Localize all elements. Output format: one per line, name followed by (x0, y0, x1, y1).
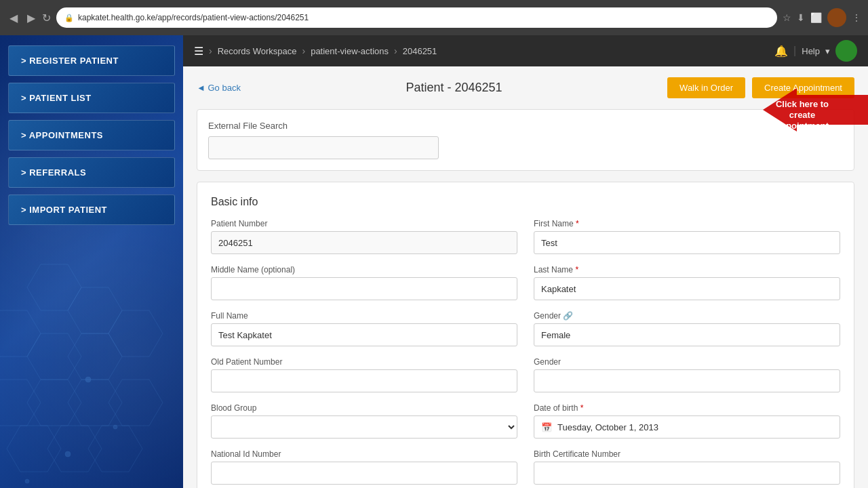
national-id-label: National Id Number (211, 449, 517, 459)
help-dropdown-icon[interactable]: ▾ (825, 46, 830, 56)
browser-controls: ◀ ▶ ↻ (7, 10, 51, 26)
top-nav: ☰ › Records Workspace › patient-view-act… (183, 35, 868, 66)
sidebar-item-patient-list[interactable]: > PATIENT LIST (8, 83, 175, 113)
svg-marker-8 (68, 380, 122, 426)
date-of-birth-value: Tuesday, October 1, 2013 (557, 422, 658, 432)
external-file-search-card: External File Search (197, 109, 854, 171)
forward-button[interactable]: ▶ (24, 10, 38, 26)
menu-icon[interactable]: ⋮ (852, 12, 861, 23)
basic-info-title: Basic info (211, 196, 840, 208)
hex-pattern (0, 251, 183, 488)
action-buttons: Walk in Order Create Appointment (667, 77, 854, 98)
middle-name-input[interactable] (211, 277, 517, 300)
sidebar-item-import-patient[interactable]: > IMPORT PATIENT (8, 195, 175, 225)
svg-marker-10 (7, 426, 61, 472)
last-name-label: Last Name * (534, 265, 840, 274)
birth-cert-label: Birth Certificate Number (534, 449, 840, 459)
browser-user-avatar[interactable] (827, 8, 846, 27)
home-icon[interactable]: ☰ (194, 45, 203, 58)
patient-title: Patient - 2046251 (406, 81, 502, 95)
svg-marker-2 (0, 310, 41, 357)
patient-number-label: Patient Number (211, 219, 517, 228)
gender2-input[interactable] (534, 369, 840, 392)
help-link[interactable]: Help (802, 46, 820, 56)
birth-cert-input[interactable] (534, 462, 840, 485)
sidebar-item-referrals[interactable]: > REFERRALS (8, 157, 175, 188)
middle-name-group: Middle Name (optional) (211, 265, 517, 300)
blood-group-group: Blood Group A+ A- B+ B- AB+ AB- O+ O- (211, 403, 517, 439)
gender-label: Gender 🔗 (534, 311, 840, 321)
page-content: ◄ Go back Patient - 2046251 Walk in Orde… (183, 66, 868, 488)
svg-marker-6 (0, 380, 41, 426)
gender2-group: Gender (534, 357, 840, 392)
breadcrumb-records-workspace[interactable]: Records Workspace (218, 46, 297, 56)
url-text: kapkatet.health.go.ke/app/records/patien… (78, 13, 309, 22)
gender-group: Gender 🔗 (534, 311, 840, 346)
extensions-icon[interactable]: ⬜ (810, 12, 822, 23)
sidebar-item-register-patient[interactable]: > REGISTER PATIENT (8, 45, 175, 76)
first-name-input[interactable] (534, 231, 840, 254)
svg-point-16 (85, 377, 91, 382)
sidebar-item-appointments[interactable]: > APPOINTMENTS (8, 120, 175, 150)
external-file-search-label: External File Search (208, 121, 843, 131)
date-of-birth-group: Date of birth * 📅 Tuesday, October 1, 20… (534, 403, 840, 439)
sidebar: > REGISTER PATIENT > PATIENT LIST > APPO… (0, 35, 183, 488)
svg-marker-1 (68, 287, 122, 333)
sidebar-label-register: > REGISTER PATIENT (21, 56, 119, 66)
notification-bell-icon[interactable]: 🔔 (774, 45, 788, 58)
svg-marker-7 (27, 380, 81, 426)
main-layout: > REGISTER PATIENT > PATIENT LIST > APPO… (0, 35, 868, 488)
gender-link-icon: 🔗 (563, 311, 573, 321)
svg-marker-9 (108, 380, 163, 426)
svg-point-14 (113, 425, 117, 429)
bookmark-icon[interactable]: ☆ (783, 12, 791, 23)
browser-actions: ☆ ⬇ ⬜ ⋮ (783, 8, 861, 27)
address-bar[interactable]: 🔒 kapkatet.health.go.ke/app/records/pati… (56, 7, 777, 28)
middle-name-label: Middle Name (optional) (211, 265, 517, 274)
full-name-input[interactable] (211, 323, 517, 346)
last-name-input[interactable] (534, 277, 840, 300)
breadcrumb-patient-id[interactable]: 2046251 (403, 46, 437, 56)
date-of-birth-display: 📅 Tuesday, October 1, 2013 (534, 415, 840, 439)
calendar-icon: 📅 (541, 422, 552, 432)
date-of-birth-label: Date of birth * (534, 403, 840, 413)
download-icon[interactable]: ⬇ (797, 12, 805, 23)
national-id-group: National Id Number (211, 449, 517, 485)
first-name-group: First Name * (534, 219, 840, 254)
sidebar-label-referrals: > REFERRALS (21, 167, 86, 178)
go-back-link[interactable]: ◄ Go back (197, 83, 241, 93)
back-button[interactable]: ◀ (7, 10, 20, 26)
svg-point-13 (65, 451, 71, 457)
svg-marker-4 (68, 333, 122, 380)
gender-input[interactable] (534, 323, 840, 346)
blood-group-select[interactable]: A+ A- B+ B- AB+ AB- O+ O- (211, 415, 517, 439)
sidebar-label-patient-list: > PATIENT LIST (21, 93, 92, 103)
old-patient-number-input[interactable] (211, 369, 517, 392)
form-grid: Patient Number First Name * Middle Name (211, 219, 840, 485)
browser-bar: ◀ ▶ ↻ 🔒 kapkatet.health.go.ke/app/record… (0, 0, 868, 35)
walk-in-order-button[interactable]: Walk in Order (667, 77, 745, 98)
patient-number-input[interactable] (211, 231, 517, 254)
svg-point-15 (25, 479, 29, 483)
first-name-label: First Name * (534, 219, 840, 228)
lock-icon: 🔒 (64, 14, 74, 22)
svg-marker-3 (27, 333, 81, 380)
sidebar-label-import: > IMPORT PATIENT (21, 205, 107, 215)
reload-button[interactable]: ↻ (42, 12, 51, 24)
svg-marker-12 (88, 426, 142, 472)
full-name-group: Full Name (211, 311, 517, 346)
create-appointment-button[interactable]: Create Appointment (752, 77, 854, 98)
patient-number-group: Patient Number (211, 219, 517, 254)
page-header: ◄ Go back Patient - 2046251 Walk in Orde… (197, 77, 854, 98)
gender2-label: Gender (534, 357, 840, 367)
content-area: ☰ › Records Workspace › patient-view-act… (183, 35, 868, 488)
breadcrumb-patient-view-actions[interactable]: patient-view-actions (311, 46, 389, 56)
user-avatar[interactable] (835, 40, 857, 62)
external-file-search-input[interactable] (208, 136, 439, 159)
full-name-label: Full Name (211, 311, 517, 321)
sidebar-label-appointments: > APPOINTMENTS (21, 130, 103, 140)
national-id-input[interactable] (211, 462, 517, 485)
svg-marker-0 (27, 264, 81, 310)
svg-marker-11 (47, 426, 102, 472)
blood-group-label: Blood Group (211, 403, 517, 413)
